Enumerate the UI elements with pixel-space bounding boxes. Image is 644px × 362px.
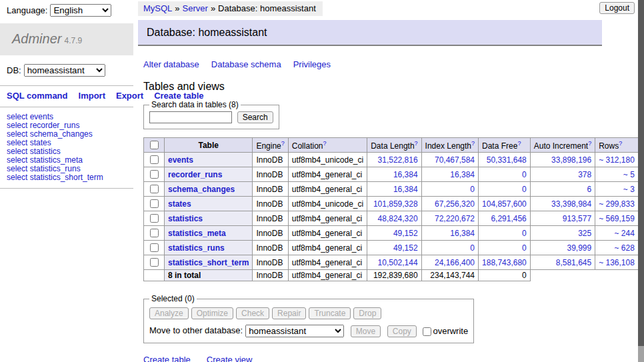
data-free-link[interactable]: 50,331,648 <box>487 155 527 165</box>
optimize-button[interactable]: Optimize <box>191 307 233 319</box>
rows-count-link[interactable]: ~ 299,833 <box>599 199 635 209</box>
column-help-link[interactable]: ? <box>517 140 521 147</box>
auto-increment-link[interactable]: 913,577 <box>563 214 591 223</box>
sidebar-action-link[interactable]: SQL command <box>7 91 68 101</box>
adminer-home-link[interactable]: Adminer <box>12 31 61 46</box>
overwrite-checkbox[interactable] <box>423 327 431 336</box>
auto-increment-link[interactable]: 325 <box>578 229 591 238</box>
rows-count-link[interactable]: ~ 312,180 <box>599 155 635 165</box>
sidebar-select-table-link[interactable]: select statistics_short_term <box>7 173 133 182</box>
rows-count-cell: ~ 244 <box>595 226 639 241</box>
auto-increment-cell: 6 <box>530 182 595 197</box>
select-all-checkbox[interactable] <box>150 141 159 149</box>
row-checkbox[interactable] <box>150 258 159 267</box>
auto-increment-link[interactable]: 378 <box>578 170 591 179</box>
breadcrumb-link[interactable]: MySQL <box>143 3 172 13</box>
language-select[interactable]: English <box>50 4 111 17</box>
data-free-link[interactable]: 0 <box>522 170 527 179</box>
data-length-link[interactable]: 49,152 <box>393 243 418 253</box>
rows-count-link[interactable]: ~ 3 <box>623 185 635 194</box>
sidebar-action-link[interactable]: Import <box>79 91 105 101</box>
data-length-link[interactable]: 31,522,816 <box>378 155 418 165</box>
data-free-link[interactable]: 0 <box>522 185 527 194</box>
rows-count-link[interactable]: ~ 569,159 <box>599 214 635 223</box>
db-action-link[interactable]: Alter database <box>143 59 199 69</box>
table-name-link[interactable]: statistics <box>168 214 203 223</box>
breadcrumb-current: Database: homeassistant <box>218 3 316 13</box>
breadcrumb-link[interactable]: Server <box>183 3 208 13</box>
table-name-link[interactable]: statistics_meta <box>168 229 226 238</box>
repair-button[interactable]: Repair <box>272 307 306 319</box>
data-length-cell: 31,522,816 <box>367 153 421 167</box>
auto-increment-link[interactable]: 8,581,645 <box>556 258 591 267</box>
data-free-link[interactable]: 0 <box>522 229 527 238</box>
search-button[interactable]: Search <box>237 111 273 123</box>
db-action-link[interactable]: Privileges <box>293 59 331 69</box>
data-length-link[interactable]: 48,824,320 <box>378 214 418 223</box>
copy-button[interactable]: Copy <box>387 325 417 337</box>
db-action-link[interactable]: Database schema <box>211 59 281 69</box>
column-help-link[interactable]: ? <box>471 140 475 147</box>
data-free-link[interactable]: 104,857,600 <box>482 199 527 209</box>
drop-button[interactable]: Drop <box>353 307 381 319</box>
scrollbar-thumb[interactable] <box>638 0 644 346</box>
table-name-link[interactable]: statistics_runs <box>168 243 225 253</box>
index-length-link[interactable]: 16,384 <box>450 170 475 179</box>
auto-increment-link[interactable]: 33,398,984 <box>551 199 591 209</box>
column-help-link[interactable]: ? <box>415 140 418 147</box>
auto-increment-link[interactable]: 33,898,196 <box>551 155 591 165</box>
index-length-link[interactable]: 67,256,320 <box>435 199 475 209</box>
table-name-link[interactable]: states <box>168 199 191 209</box>
row-checkbox[interactable] <box>150 185 159 193</box>
data-length-link[interactable]: 16,384 <box>393 170 418 179</box>
data-length-link[interactable]: 101,859,328 <box>373 199 418 209</box>
check-button[interactable]: Check <box>236 307 269 319</box>
collation-cell: utf8mb4_unicode_ci <box>288 153 367 167</box>
data-free-link[interactable]: 6,291,456 <box>491 214 526 223</box>
data-free-link[interactable]: 188,743,680 <box>482 258 527 267</box>
row-checkbox[interactable] <box>150 199 159 208</box>
column-help-link[interactable]: ? <box>588 140 591 147</box>
index-length-link[interactable]: 0 <box>470 185 475 194</box>
table-name-link[interactable]: recorder_runs <box>168 170 222 179</box>
data-length-link[interactable]: 10,502,144 <box>378 258 418 267</box>
column-help-link[interactable]: ? <box>323 140 326 147</box>
data-length-link[interactable]: 16,384 <box>393 185 418 194</box>
data-length-cell: 101,859,328 <box>367 197 421 211</box>
row-checkbox[interactable] <box>150 214 159 223</box>
search-input[interactable] <box>149 111 232 123</box>
row-checkbox[interactable] <box>150 155 159 164</box>
db-select[interactable]: homeassistant <box>24 64 105 77</box>
rows-count-link[interactable]: ~ 628 <box>615 243 635 253</box>
table-name-link[interactable]: events <box>168 155 193 165</box>
truncate-button[interactable]: Truncate <box>309 307 351 319</box>
data-free-link[interactable]: 0 <box>522 243 527 253</box>
row-checkbox-cell <box>144 197 165 211</box>
row-checkbox[interactable] <box>150 229 159 237</box>
move-database-select[interactable]: homeassistant <box>245 325 344 337</box>
data-length-link[interactable]: 49,152 <box>393 229 418 238</box>
column-help-link[interactable]: ? <box>281 140 285 147</box>
index-length-link[interactable]: 24,166,400 <box>435 258 475 267</box>
create-table-link[interactable]: Create table <box>143 355 191 362</box>
index-length-cell: 67,256,320 <box>421 197 478 211</box>
column-help-link[interactable]: ? <box>619 140 622 147</box>
index-length-link[interactable]: 72,220,672 <box>435 214 475 223</box>
row-checkbox[interactable] <box>150 170 159 179</box>
rows-count-link[interactable]: ~ 244 <box>615 229 635 238</box>
rows-count-link[interactable]: ~ 136,108 <box>599 258 635 267</box>
rows-count-link[interactable]: ~ 5 <box>623 170 635 179</box>
table-name-link[interactable]: statistics_short_term <box>168 258 249 267</box>
index-length-link[interactable]: 16,384 <box>450 229 475 238</box>
logout-button[interactable]: Logout <box>599 2 635 14</box>
row-checkbox[interactable] <box>150 243 159 252</box>
auto-increment-link[interactable]: 39,999 <box>567 243 591 253</box>
index-length-link[interactable]: 0 <box>470 243 475 253</box>
page-scrollbar[interactable] <box>638 0 644 362</box>
create-view-link[interactable]: Create view <box>207 355 253 362</box>
index-length-link[interactable]: 70,467,584 <box>435 155 475 165</box>
auto-increment-link[interactable]: 6 <box>587 185 591 194</box>
move-button[interactable]: Move <box>351 325 381 337</box>
analyze-button[interactable]: Analyze <box>149 307 189 319</box>
table-name-link[interactable]: schema_changes <box>168 185 235 194</box>
